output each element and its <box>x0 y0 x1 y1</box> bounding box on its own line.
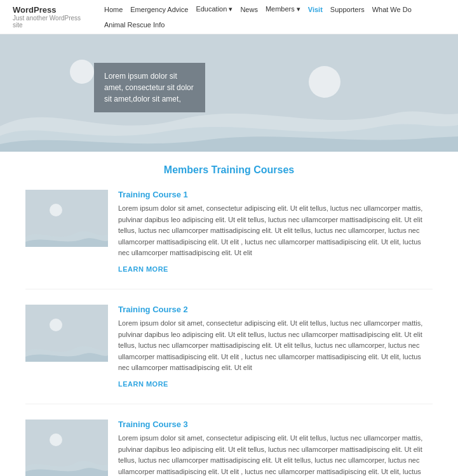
course-thumbnail-1 <box>25 190 108 247</box>
thumb-circle-2 <box>50 319 62 331</box>
nav-news[interactable]: News <box>240 6 258 13</box>
course-body-1: Training Course 1 Lorem ipsum dolor sit … <box>118 190 433 274</box>
thumb-wave-svg-2 <box>25 336 108 362</box>
thumb-circle-1 <box>50 204 62 216</box>
site-header: WordPress Just another WordPress site Ho… <box>0 0 458 34</box>
hero-wave-svg <box>0 88 458 152</box>
learn-more-2[interactable]: LEARN MORE <box>118 380 168 388</box>
section-title: Members Training Courses <box>25 164 433 176</box>
course-card-1: Training Course 1 Lorem ipsum dolor sit … <box>25 190 433 289</box>
thumb-wave-svg-1 <box>25 221 108 247</box>
course-body-2: Training Course 2 Lorem ipsum dolor sit … <box>118 305 433 388</box>
course-title-1: Training Course 1 <box>118 190 433 199</box>
course-card-2: Training Course 2 Lorem ipsum dolor sit … <box>25 305 433 404</box>
course-desc-3: Lorem ipsum dolor sit amet, consectetur … <box>118 433 433 476</box>
nav-emergency[interactable]: Emergency Advice <box>130 6 188 13</box>
site-branding: WordPress Just another WordPress site <box>13 5 85 29</box>
nav-education[interactable]: Education ▾ <box>196 5 232 13</box>
nav-visit[interactable]: Visit <box>308 6 323 13</box>
hero-circle-left <box>70 60 94 84</box>
site-title: WordPress <box>13 5 85 15</box>
nav-home[interactable]: Home <box>104 6 123 13</box>
nav-animal-rescue[interactable]: Animal Rescue Info <box>104 21 165 29</box>
course-title-2: Training Course 2 <box>118 305 433 314</box>
thumb-wave-svg-3 <box>25 451 108 476</box>
thumb-circle-3 <box>50 433 62 446</box>
nav-members[interactable]: Members ▾ <box>266 5 300 13</box>
course-thumbnail-3 <box>25 420 108 476</box>
main-content: Members Training Courses Training Course… <box>0 152 458 476</box>
site-tagline: Just another WordPress site <box>13 15 85 29</box>
nav-what-we-do[interactable]: What We Do <box>372 6 412 13</box>
course-desc-1: Lorem ipsum dolor sit amet, consectetur … <box>118 203 433 259</box>
course-thumbnail-2 <box>25 305 108 362</box>
course-card-3: Training Course 3 Lorem ipsum dolor sit … <box>25 420 433 476</box>
course-body-3: Training Course 3 Lorem ipsum dolor sit … <box>118 420 433 476</box>
course-list: Training Course 1 Lorem ipsum dolor sit … <box>25 190 433 476</box>
course-title-3: Training Course 3 <box>118 420 433 429</box>
learn-more-1[interactable]: LEARN MORE <box>118 265 168 273</box>
course-desc-2: Lorem ipsum dolor sit amet, consectetur … <box>118 318 433 374</box>
hero-section: Lorem ipsum dolor sit amet, consectetur … <box>0 34 458 152</box>
nav-supporters[interactable]: Supporters <box>330 6 365 13</box>
main-nav: Home Emergency Advice Education ▾ News M… <box>104 5 445 29</box>
